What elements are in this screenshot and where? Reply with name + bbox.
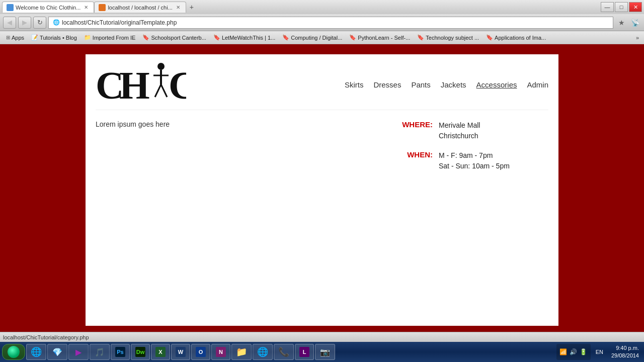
bookmark-apps[interactable]: ⊞ Apps <box>3 33 27 43</box>
svg-line-6 <box>161 84 167 97</box>
apps-label: Apps <box>12 35 24 41</box>
nav-admin[interactable]: Admin <box>527 80 548 89</box>
close-button[interactable]: ✕ <box>629 2 642 12</box>
clock-date: 29/08/2014 <box>611 352 639 359</box>
taskbar-music[interactable]: 🎵 <box>90 344 110 360</box>
lync-icon: L <box>299 347 309 357</box>
folder-icon: 📁 <box>236 346 247 357</box>
bookmark-computing[interactable]: 🔖 Computing / Digital... <box>279 33 345 43</box>
music-icon: 🎵 <box>94 346 105 357</box>
technology-favicon: 🔖 <box>417 34 424 41</box>
bookmark-applications[interactable]: 🔖 Applications of Ima... <box>483 33 549 43</box>
bookmark-letmewatchthis[interactable]: 🔖 LetMeWatchThis | 1... <box>210 33 278 43</box>
bookmark-tutorials-label: Tutorials • Blog <box>40 35 77 41</box>
svg-text:C: C <box>169 63 186 105</box>
outlook-icon: O <box>196 347 206 357</box>
taskbar-folder[interactable]: 📁 <box>231 344 252 360</box>
where-value: Merivale Mall Christchurch <box>439 120 480 141</box>
start-button[interactable] <box>2 344 25 360</box>
site-container: C H <box>86 54 558 326</box>
forward-button[interactable]: ▶ <box>18 17 31 29</box>
clock-time: 9:40 p.m. <box>611 344 639 352</box>
taskbar-chrome[interactable]: 🌐 <box>253 344 273 360</box>
favorites-star-icon[interactable]: ★ <box>615 17 627 29</box>
minimize-button[interactable]: — <box>601 2 614 12</box>
bookmark-schoolsport[interactable]: 🔖 Schoolsport Canterb... <box>139 33 209 43</box>
svg-line-5 <box>155 84 161 97</box>
computing-favicon: 🔖 <box>282 34 289 41</box>
when-label: WHEN: <box>397 150 433 159</box>
tab-label-inactive: localhost / localhost / chi... <box>108 5 172 11</box>
nav-right-buttons: ★ 📡 <box>615 17 641 29</box>
taskbar-skype[interactable]: 📞 <box>274 344 294 360</box>
bookmark-technology[interactable]: 🔖 Technology subject ... <box>414 33 482 43</box>
taskbar-ie[interactable]: 🌐 <box>26 344 46 360</box>
system-tray: 📶 🔊 🔋 <box>556 344 591 360</box>
where-label: WHERE: <box>397 120 433 129</box>
tab-favicon-inactive <box>99 4 106 11</box>
gem-icon: 💎 <box>52 346 63 357</box>
when-info-row: WHEN: M - F: 9am - 7pm Sat - Sun: 10am -… <box>397 150 548 171</box>
bookmark-schoolsport-label: Schoolsport Canterb... <box>151 35 206 41</box>
system-clock: 9:40 p.m. 29/08/2014 <box>608 344 642 360</box>
ie-icon: 🌐 <box>31 346 42 357</box>
tab-close-active[interactable]: ✕ <box>83 4 90 11</box>
title-bar: Welcome to Chic Clothin... ✕ localhost /… <box>0 0 644 14</box>
svg-point-2 <box>157 63 165 70</box>
letmewatchthis-favicon: 🔖 <box>213 34 220 41</box>
onenote-icon: N <box>216 347 226 357</box>
back-button[interactable]: ◀ <box>3 17 16 29</box>
maximize-button[interactable]: □ <box>615 2 628 12</box>
nav-accessories[interactable]: Accessories <box>476 80 517 89</box>
taskbar: 🌐 💎 ▶ 🎵 Ps Dw X W O N 📁 🌐 📞 L 📷 <box>0 342 644 362</box>
refresh-button[interactable]: ↻ <box>33 17 46 29</box>
bookmark-pythonlearn-label: PythonLearn - Self-... <box>358 35 410 41</box>
tab-inactive[interactable]: localhost / localhost / chi... ✕ <box>94 2 186 13</box>
imported-favicon: 📁 <box>84 34 91 41</box>
bookmark-computing-label: Computing / Digital... <box>291 35 342 41</box>
excel-icon: X <box>155 347 166 357</box>
tab-active[interactable]: Welcome to Chic Clothin... ✕ <box>2 2 94 13</box>
address-text: localhost/ChicTutorial/originalTemplate.… <box>62 19 177 26</box>
camera-icon: 📷 <box>319 346 331 357</box>
tab-label-active: Welcome to Chic Clothin... <box>16 5 80 11</box>
taskbar-camera[interactable]: 📷 <box>315 344 335 360</box>
address-bar[interactable]: 🌐 localhost/ChicTutorial/originalTemplat… <box>48 17 613 29</box>
taskbar-right: 📶 🔊 🔋 EN 9:40 p.m. 29/08/2014 <box>556 344 642 360</box>
pythonlearn-favicon: 🔖 <box>349 34 356 41</box>
taskbar-gem[interactable]: 💎 <box>47 344 67 360</box>
taskbar-outlook[interactable]: O <box>191 344 210 360</box>
browser-window: Welcome to Chic Clothin... ✕ localhost /… <box>0 0 644 336</box>
bookmark-tutorials[interactable]: 📝 Tutorials • Blog <box>28 33 80 43</box>
when-value: M - F: 9am - 7pm Sat - Sun: 10am - 5pm <box>439 150 510 171</box>
lorem-ipsum-text: Lorem ipsum goes here <box>96 120 397 128</box>
taskbar-onenote[interactable]: N <box>211 344 230 360</box>
nav-dresses[interactable]: Dresses <box>373 80 401 89</box>
word-icon: W <box>176 347 186 357</box>
nav-jackets[interactable]: Jackets <box>441 80 466 89</box>
main-content-left: Lorem ipsum goes here <box>96 120 397 128</box>
tab-strip: Welcome to Chic Clothin... ✕ localhost /… <box>2 2 197 13</box>
feed-icon[interactable]: 📡 <box>629 17 641 29</box>
nav-pants[interactable]: Pants <box>411 80 430 89</box>
taskbar-dreamweaver[interactable]: Dw <box>131 344 150 360</box>
site-header: C H <box>86 54 558 110</box>
bookmark-pythonlearn[interactable]: 🔖 PythonLearn - Self-... <box>346 33 413 43</box>
svg-text:H: H <box>119 63 150 105</box>
taskbar-media[interactable]: ▶ <box>68 344 89 360</box>
taskbar-excel[interactable]: X <box>151 344 170 360</box>
taskbar-photoshop[interactable]: Ps <box>111 344 130 360</box>
bookmark-technology-label: Technology subject ... <box>426 35 479 41</box>
main-content-right: WHERE: Merivale Mall Christchurch WHEN: … <box>397 120 548 180</box>
new-tab-button[interactable]: + <box>186 2 197 13</box>
applications-favicon: 🔖 <box>486 34 493 41</box>
tray-network-icon: 📶 <box>559 348 568 356</box>
bookmarks-more-button[interactable]: » <box>634 34 641 42</box>
taskbar-lync[interactable]: L <box>295 344 314 360</box>
tab-close-inactive[interactable]: ✕ <box>175 4 182 11</box>
status-url: localhost/ChicTutorial/category.php <box>3 334 89 340</box>
taskbar-word[interactable]: W <box>171 344 190 360</box>
tray-volume-icon: 🔊 <box>570 348 578 356</box>
nav-skirts[interactable]: Skirts <box>345 80 364 89</box>
bookmark-imported[interactable]: 📁 Imported From IE <box>81 33 139 43</box>
